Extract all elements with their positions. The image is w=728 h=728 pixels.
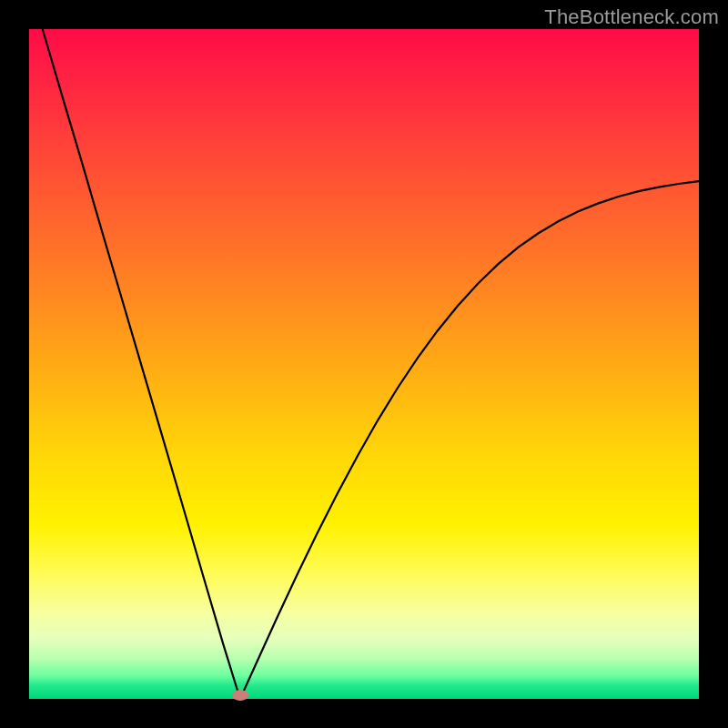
- chart-plot-area: [29, 29, 699, 699]
- bottleneck-curve-path: [43, 29, 699, 699]
- optimal-point-marker: [232, 690, 248, 701]
- chart-curve-svg: [29, 29, 699, 699]
- attribution-text: TheBottleneck.com: [544, 5, 719, 29]
